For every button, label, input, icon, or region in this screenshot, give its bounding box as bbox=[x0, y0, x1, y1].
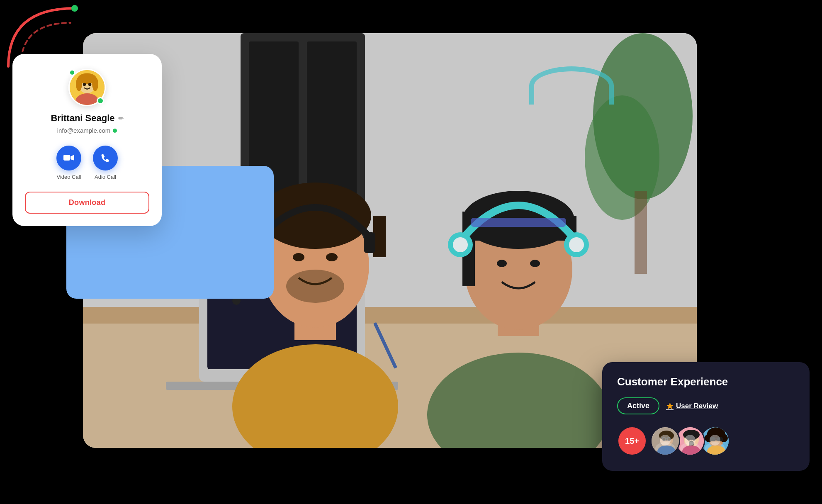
svg-rect-47 bbox=[63, 155, 70, 161]
star-icon: ★ bbox=[666, 401, 674, 411]
svg-point-35 bbox=[530, 260, 540, 267]
avatar-top-online-dot bbox=[69, 70, 75, 75]
scene: Brittani Seagle ✏ info@example.com Video… bbox=[0, 0, 822, 504]
user-review-label: User Review bbox=[676, 402, 718, 410]
avatar-person-1 bbox=[650, 426, 680, 456]
svg-point-52 bbox=[667, 437, 671, 441]
svg-point-43 bbox=[92, 77, 98, 91]
svg-point-60 bbox=[689, 441, 694, 447]
svg-point-58 bbox=[687, 437, 691, 441]
svg-point-15 bbox=[259, 183, 371, 249]
audio-call-button[interactable] bbox=[93, 146, 118, 170]
avatars-row: 15+ bbox=[617, 426, 795, 456]
download-button[interactable]: Download bbox=[25, 192, 149, 214]
svg-point-45 bbox=[83, 83, 86, 86]
contact-card: Brittani Seagle ✏ info@example.com Video… bbox=[12, 54, 162, 226]
customer-experience-card: Customer Experience Active ★ User Review… bbox=[602, 362, 810, 471]
video-call-wrapper: Video Call bbox=[56, 146, 81, 180]
audio-call-wrapper: Adio Call bbox=[93, 146, 118, 180]
contact-email: info@example.com bbox=[57, 127, 117, 134]
svg-point-57 bbox=[683, 430, 700, 440]
email-online-dot bbox=[113, 129, 117, 133]
svg-point-50 bbox=[659, 431, 674, 441]
contact-name: Brittani Seagle ✏ bbox=[51, 113, 123, 124]
svg-rect-68 bbox=[717, 437, 723, 441]
svg-point-34 bbox=[497, 260, 507, 267]
audio-call-label: Adio Call bbox=[95, 174, 116, 180]
svg-point-22 bbox=[326, 253, 338, 261]
video-call-label: Video Call bbox=[56, 174, 81, 180]
avatar-wrapper bbox=[68, 69, 106, 106]
email-text: info@example.com bbox=[57, 127, 111, 134]
action-buttons: Video Call Adio Call bbox=[56, 146, 118, 180]
svg-point-51 bbox=[662, 437, 666, 441]
svg-point-5 bbox=[585, 95, 659, 220]
active-badge[interactable]: Active bbox=[617, 397, 659, 414]
svg-point-61 bbox=[682, 446, 700, 456]
svg-point-65 bbox=[705, 434, 713, 442]
svg-point-59 bbox=[692, 437, 696, 441]
avatar-count: 15+ bbox=[617, 426, 647, 456]
svg-point-42 bbox=[76, 77, 82, 91]
svg-point-23 bbox=[286, 270, 344, 303]
svg-rect-36 bbox=[471, 218, 566, 227]
edit-icon[interactable]: ✏ bbox=[118, 114, 124, 122]
svg-rect-8 bbox=[83, 307, 697, 324]
svg-point-38 bbox=[71, 5, 78, 12]
svg-point-33 bbox=[569, 237, 584, 252]
contact-name-text: Brittani Seagle bbox=[51, 113, 114, 124]
svg-point-21 bbox=[293, 253, 304, 261]
svg-rect-19 bbox=[364, 232, 375, 253]
video-call-button[interactable] bbox=[56, 146, 81, 170]
phone-icon bbox=[101, 153, 110, 163]
svg-point-54 bbox=[657, 446, 676, 456]
video-icon bbox=[63, 154, 74, 162]
svg-point-46 bbox=[88, 83, 91, 86]
svg-point-32 bbox=[453, 237, 468, 252]
svg-rect-67 bbox=[710, 437, 715, 441]
svg-rect-6 bbox=[635, 191, 647, 274]
user-review-badge[interactable]: ★ User Review bbox=[666, 401, 718, 411]
cx-badges: Active ★ User Review bbox=[617, 397, 795, 414]
avatar-online-dot bbox=[97, 97, 104, 105]
svg-point-70 bbox=[707, 446, 725, 456]
cx-title: Customer Experience bbox=[617, 375, 795, 388]
